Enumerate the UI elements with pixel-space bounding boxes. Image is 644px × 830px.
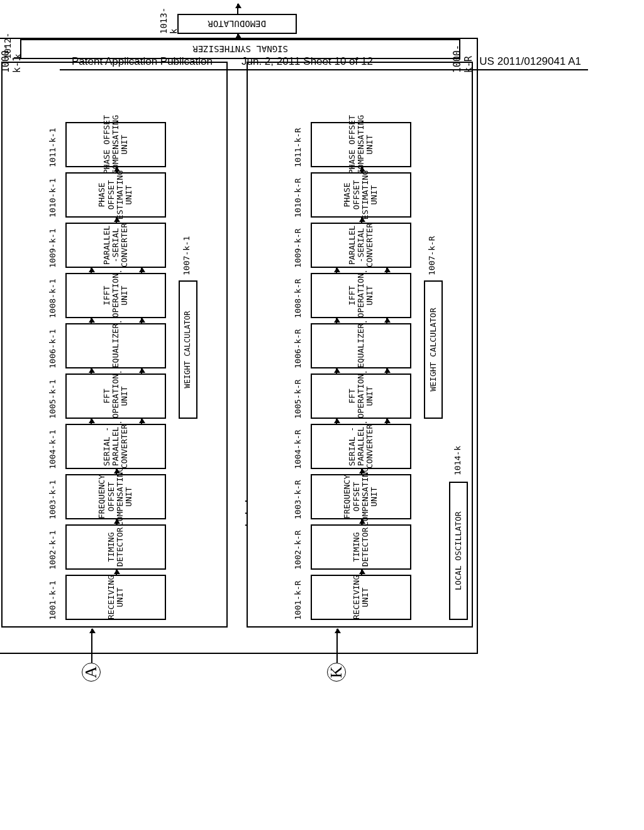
receiving-unit-1: RECEIVING UNIT: [65, 575, 166, 620]
serial-parallel-r-label: SERIAL -PARALLEL CONVERTER: [348, 424, 375, 468]
phase-offset-comp-r: PHASE OFFSET COMPENSATING UNIT: [311, 122, 411, 167]
fft-unit-r-ref: 1005-k-R: [293, 379, 303, 419]
arrow-icon: [386, 368, 387, 374]
local-oscillator: LOCAL OSCILLATOR: [449, 482, 468, 620]
arrow-icon: [141, 268, 142, 273]
ifft-unit-1: IFFT OPERATION UNIT: [65, 273, 166, 318]
arrow-icon: [386, 268, 387, 273]
phase-offset-comp-1: PHASE OFFSET COMPENSATING UNIT: [65, 122, 166, 167]
weight-calc-r: WEIGHT CALCULATOR: [424, 280, 443, 419]
serial-parallel-1: SERIAL -PARALLEL CONVERTER: [65, 424, 166, 469]
antenna-a-line: [91, 629, 92, 663]
branch-r: 1000-k-R RECEIVING UNIT 1001-k-R TIMING …: [247, 62, 473, 628]
parallel-serial-r-ref: 1009-k-R: [293, 228, 303, 268]
arrow-icon: [237, 34, 238, 39]
arrow-icon: [336, 318, 337, 323]
antenna-k-icon: K: [327, 663, 346, 682]
phase-offset-comp-1-label: PHASE OFFSET COMPENSATING UNIT: [103, 115, 130, 174]
timing-detector-1-label: TIMING DETECTOR: [107, 527, 125, 567]
equalizer-1-label: EQUALIZER: [111, 324, 120, 368]
arrow-icon: [386, 318, 387, 323]
serial-parallel-r: SERIAL -PARALLEL CONVERTER: [311, 424, 411, 469]
parallel-serial-r-label: PARALLEL -SERIAL CONVERTER: [348, 223, 375, 267]
freq-offset-comp-r-label: FREQUENCY OFFSET COMPENSATING UNIT: [343, 467, 379, 526]
arrow-icon: [141, 368, 142, 374]
arrow-icon: [116, 570, 117, 575]
ifft-unit-r: IFFT OPERATION UNIT: [311, 273, 411, 318]
timing-detector-1: TIMING DETECTOR: [65, 524, 166, 570]
phase-offset-comp-r-label: PHASE OFFSET COMPENSATING UNIT: [348, 115, 375, 174]
parallel-serial-r: PARALLEL -SERIAL CONVERTER: [311, 223, 411, 268]
ifft-unit-1-label: IFFT OPERATION UNIT: [103, 274, 130, 318]
equalizer-r-label: EQUALIZER: [357, 324, 365, 368]
receiving-unit-r-ref: 1001-k-R: [293, 580, 303, 620]
arrow-icon: [91, 318, 92, 323]
antenna-k-line: [336, 629, 338, 663]
arrow-icon: [336, 268, 337, 273]
weight-calc-r-ref: 1007-k-R: [427, 236, 436, 275]
phase-offset-comp-1-ref: 1011-k-1: [48, 128, 57, 167]
local-oscillator-ref: 1014-k: [453, 446, 462, 475]
fft-unit-r: FFT OPERATION UNIT: [311, 374, 411, 419]
demodulator-ref: 1013-k: [158, 8, 179, 34]
module-outer: 5001-k A K 1000-k-1 RECEIVING UNIT 1001-…: [0, 38, 478, 654]
phase-offset-est-r-ref: 1010-k-R: [293, 178, 303, 218]
parallel-serial-1: PARALLEL -SERIAL CONVERTER: [65, 223, 166, 268]
equalizer-1: EQUALIZER: [65, 323, 166, 368]
weight-calc-1-label: WEIGHT CALCULATOR: [184, 311, 192, 389]
receiving-unit-r-label: RECEIVING UNIT: [352, 575, 370, 619]
fft-unit-1: FFT OPERATION UNIT: [65, 374, 166, 419]
weight-calc-1-ref: 1007-k-1: [182, 236, 191, 275]
branch-1: 1000-k-1 RECEIVING UNIT 1001-k-1 TIMING …: [1, 62, 228, 628]
serial-parallel-r-ref: 1004-k-R: [293, 429, 303, 469]
demodulator: DEMODULATOR: [177, 14, 297, 34]
timing-detector-r: TIMING DETECTOR: [311, 524, 411, 570]
receiving-unit-1-label: RECEIVING UNIT: [107, 575, 125, 619]
arrow-icon: [91, 268, 92, 273]
ifft-unit-r-ref: 1008-k-R: [293, 279, 303, 318]
freq-offset-comp-r-ref: 1003-k-R: [293, 480, 303, 519]
phase-offset-est-1: PHASE OFFSET ESTIMATING UNIT: [65, 172, 166, 218]
fft-unit-1-label: FFT OPERATION UNIT: [103, 374, 130, 418]
fft-unit-r-label: FFT OPERATION UNIT: [348, 374, 375, 418]
phase-offset-est-r-label: PHASE OFFSET ESTIMATING UNIT: [343, 170, 379, 219]
arrow-icon: [361, 469, 362, 474]
timing-detector-1-ref: 1002-k-1: [48, 530, 57, 570]
ifft-unit-r-label: IFFT OPERATION UNIT: [348, 274, 375, 318]
freq-offset-comp-1: FREQUENCY OFFSET COMPENSATING UNIT: [65, 474, 166, 519]
receiving-unit-1-ref: 1001-k-1: [48, 580, 57, 620]
phase-offset-est-1-label: PHASE OFFSET ESTIMATING UNIT: [97, 170, 133, 219]
arrow-icon: [141, 318, 142, 323]
fft-unit-1-ref: 1005-k-1: [48, 379, 57, 419]
arrow-icon: [141, 419, 142, 424]
local-oscillator-label: LOCAL OSCILLATOR: [454, 511, 463, 590]
signal-synthesizer-label: SIGNAL SYNTHESIZER: [192, 44, 288, 54]
weight-calc-r-label: WEIGHT CALCULATOR: [429, 307, 438, 391]
phase-offset-comp-r-ref: 1011-k-R: [293, 128, 303, 167]
parallel-serial-1-label: PARALLEL -SERIAL CONVERTER: [103, 223, 130, 267]
signal-synthesizer: SIGNAL SYNTHESIZER: [20, 39, 460, 59]
timing-detector-r-ref: 1002-k-R: [293, 530, 303, 570]
serial-parallel-1-ref: 1004-k-1: [48, 429, 57, 469]
arrow-icon: [361, 570, 362, 575]
arrow-icon: [91, 419, 92, 424]
freq-offset-comp-1-ref: 1003-k-1: [48, 480, 57, 519]
page: Patent Application Publication Jun. 2, 2…: [0, 0, 644, 830]
output-arrow-icon: [237, 4, 238, 14]
demodulator-label: DEMODULATOR: [208, 19, 267, 29]
equalizer-1-ref: 1006-k-1: [48, 329, 57, 368]
receiving-unit-r: RECEIVING UNIT: [311, 575, 411, 620]
header-right: US 2011/0129041 A1: [479, 55, 581, 68]
equalizer-r-ref: 1006-k-R: [293, 329, 303, 368]
signal-synthesizer-ref: 1012-k: [3, 33, 23, 59]
equalizer-r: EQUALIZER: [311, 323, 411, 368]
figure-area: FIG. 12 . . . 5001-k A K 1000-k-1 RECEIV…: [0, 189, 644, 679]
arrow-icon: [336, 368, 337, 374]
serial-parallel-1-label: SERIAL -PARALLEL CONVERTER: [103, 424, 130, 468]
freq-offset-comp-r: FREQUENCY OFFSET COMPENSATING UNIT: [311, 474, 411, 519]
timing-detector-r-label: TIMING DETECTOR: [352, 527, 370, 567]
parallel-serial-1-ref: 1009-k-1: [48, 228, 57, 268]
weight-calc-1: WEIGHT CALCULATOR: [179, 280, 197, 419]
freq-offset-comp-1-label: FREQUENCY OFFSET COMPENSATING UNIT: [97, 467, 133, 526]
arrow-icon: [91, 368, 92, 374]
